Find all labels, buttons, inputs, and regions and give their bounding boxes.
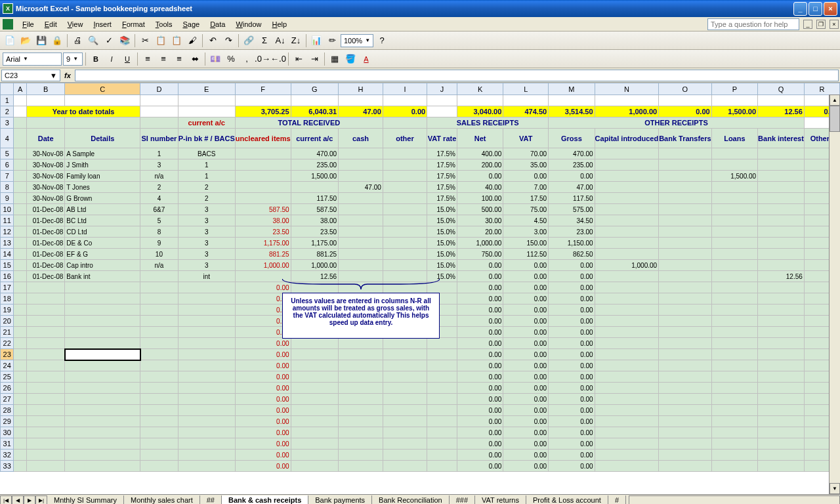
- cell[interactable]: [758, 316, 805, 327]
- cell[interactable]: 0.00: [549, 327, 595, 338]
- cell[interactable]: [383, 215, 427, 226]
- cell[interactable]: [595, 171, 659, 182]
- col-header[interactable]: M: [549, 83, 595, 95]
- cell[interactable]: [178, 371, 235, 383]
- cell[interactable]: [383, 405, 427, 416]
- cell[interactable]: [65, 338, 140, 349]
- cell[interactable]: BACS: [178, 148, 235, 159]
- cell[interactable]: [339, 226, 383, 238]
- sort-asc-icon[interactable]: A↓: [273, 33, 287, 48]
- cell[interactable]: [140, 117, 178, 129]
- cell[interactable]: [659, 416, 711, 427]
- cell[interactable]: 750.00: [457, 249, 503, 260]
- paste-icon[interactable]: 📋: [169, 33, 184, 48]
- cell[interactable]: J Smith: [65, 159, 140, 171]
- cell[interactable]: 1,150.00: [549, 238, 595, 249]
- cell[interactable]: [659, 371, 711, 383]
- cell[interactable]: [26, 405, 64, 416]
- cell[interactable]: 23.00: [549, 226, 595, 238]
- cell[interactable]: 47.00: [549, 182, 595, 193]
- cell[interactable]: [595, 148, 659, 159]
- col-header[interactable]: I: [383, 83, 427, 95]
- cell[interactable]: [291, 338, 339, 349]
- cell[interactable]: 01-Dec-08: [26, 249, 64, 260]
- cell[interactable]: SALES RECEIPTS: [427, 117, 549, 129]
- cell[interactable]: [595, 293, 659, 304]
- cell[interactable]: [14, 204, 27, 215]
- cell[interactable]: [14, 349, 27, 360]
- cell[interactable]: [383, 461, 427, 472]
- menu-sage[interactable]: Sage: [177, 19, 205, 30]
- cell[interactable]: [65, 394, 140, 405]
- cell[interactable]: [140, 450, 178, 461]
- cell[interactable]: 0.00: [503, 450, 549, 461]
- cell[interactable]: P-in bk # / BACS: [178, 129, 235, 148]
- cell[interactable]: 0.00: [235, 349, 291, 360]
- borders-icon[interactable]: ▦: [327, 52, 342, 66]
- cell[interactable]: [595, 238, 659, 249]
- cell[interactable]: [26, 349, 64, 360]
- cell[interactable]: 0.00: [235, 394, 291, 405]
- cell[interactable]: [427, 427, 457, 438]
- cell[interactable]: [595, 427, 659, 438]
- cell[interactable]: [14, 271, 27, 282]
- cell[interactable]: 0.00: [503, 304, 549, 316]
- cell[interactable]: [383, 371, 427, 383]
- cell[interactable]: [14, 304, 27, 316]
- col-header[interactable]: K: [457, 83, 503, 95]
- cell[interactable]: 1,500.00: [711, 171, 757, 182]
- spell-icon[interactable]: ✓: [102, 33, 116, 48]
- cell[interactable]: 0.00: [503, 171, 549, 182]
- cell[interactable]: [140, 371, 178, 383]
- cell[interactable]: [178, 282, 235, 293]
- cell[interactable]: [14, 249, 27, 260]
- cell[interactable]: 8: [140, 226, 178, 238]
- cell[interactable]: 0.00: [549, 427, 595, 438]
- cell[interactable]: 30-Nov-08: [26, 182, 64, 193]
- cell[interactable]: 0.00: [503, 327, 549, 338]
- cell[interactable]: 2: [178, 182, 235, 193]
- cell[interactable]: [178, 293, 235, 304]
- cell[interactable]: VAT: [503, 129, 549, 148]
- cell[interactable]: [427, 95, 457, 106]
- cell[interactable]: [427, 349, 457, 360]
- cell[interactable]: [711, 438, 757, 450]
- cell[interactable]: 17.5%: [427, 171, 457, 182]
- cell[interactable]: 235.00: [549, 159, 595, 171]
- undo-icon[interactable]: ↶: [205, 33, 220, 48]
- cell[interactable]: [711, 293, 757, 304]
- cell[interactable]: [383, 450, 427, 461]
- cell[interactable]: [758, 95, 805, 106]
- cell[interactable]: [549, 95, 595, 106]
- cell[interactable]: [758, 427, 805, 438]
- cell[interactable]: 3,705.25: [235, 106, 291, 117]
- cell[interactable]: [26, 394, 64, 405]
- cell[interactable]: 0.00: [235, 338, 291, 349]
- cell[interactable]: 3: [178, 215, 235, 226]
- cell[interactable]: 3: [178, 204, 235, 215]
- cell[interactable]: [178, 383, 235, 394]
- cell[interactable]: 15.0%: [427, 238, 457, 249]
- cell[interactable]: [758, 405, 805, 416]
- cell[interactable]: 0.00: [457, 282, 503, 293]
- cell[interactable]: other: [383, 129, 427, 148]
- cell[interactable]: [14, 327, 27, 338]
- cell[interactable]: [659, 349, 711, 360]
- cell[interactable]: [339, 238, 383, 249]
- cell[interactable]: [65, 383, 140, 394]
- cell[interactable]: 0.00: [235, 416, 291, 427]
- cell[interactable]: 6&7: [140, 204, 178, 215]
- cell[interactable]: [178, 106, 235, 117]
- cell[interactable]: [659, 193, 711, 204]
- cell[interactable]: [383, 95, 427, 106]
- cell[interactable]: [659, 95, 711, 106]
- cell[interactable]: BC Ltd: [65, 215, 140, 226]
- cell[interactable]: [659, 159, 711, 171]
- cell[interactable]: [758, 204, 805, 215]
- cell[interactable]: 1,500.00: [291, 171, 339, 182]
- cell[interactable]: 0.00: [503, 416, 549, 427]
- cell[interactable]: [711, 427, 757, 438]
- cell[interactable]: [383, 383, 427, 394]
- cell[interactable]: [339, 349, 383, 360]
- cell[interactable]: [14, 129, 27, 148]
